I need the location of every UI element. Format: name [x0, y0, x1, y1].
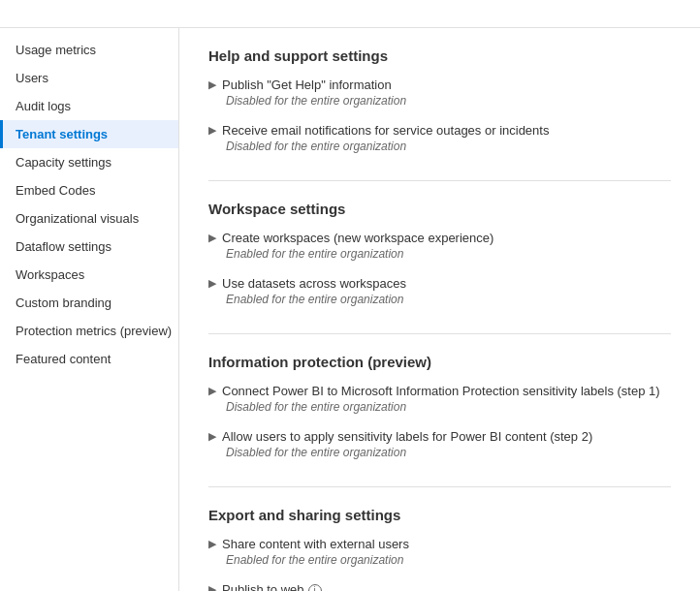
- setting-label: Publish to webi: [222, 582, 322, 591]
- expand-arrow-icon[interactable]: ▶: [208, 583, 216, 591]
- setting-status: Disabled for the entire organization: [208, 94, 671, 108]
- sidebar-item-usage-metrics[interactable]: Usage metrics: [0, 36, 178, 64]
- setting-item-allow-sensitivity-labels[interactable]: ▶Allow users to apply sensitivity labels…: [208, 429, 671, 459]
- setting-item-use-datasets[interactable]: ▶Use datasets across workspacesEnabled f…: [208, 276, 671, 306]
- setting-item-share-external[interactable]: ▶Share content with external usersEnable…: [208, 537, 671, 567]
- sidebar-item-dataflow-settings[interactable]: Dataflow settings: [0, 233, 178, 261]
- section-help-support: Help and support settings▶Publish "Get H…: [208, 47, 671, 153]
- setting-label: Allow users to apply sensitivity labels …: [222, 429, 592, 444]
- section-divider: [208, 486, 671, 487]
- setting-label: Publish "Get Help" information: [222, 78, 392, 92]
- sidebar: Usage metricsUsersAudit logsTenant setti…: [0, 28, 179, 591]
- sidebar-item-workspaces[interactable]: Workspaces: [0, 261, 178, 289]
- setting-item-connect-power-bi[interactable]: ▶Connect Power BI to Microsoft Informati…: [208, 384, 671, 414]
- info-icon[interactable]: i: [308, 584, 322, 591]
- sidebar-item-featured-content[interactable]: Featured content: [0, 345, 178, 373]
- setting-status: Enabled for the entire organization: [208, 293, 671, 306]
- setting-label: Connect Power BI to Microsoft Informatio…: [222, 384, 660, 398]
- section-title-help-support: Help and support settings: [208, 47, 671, 64]
- expand-arrow-icon[interactable]: ▶: [208, 430, 216, 443]
- sidebar-item-users[interactable]: Users: [0, 64, 178, 92]
- sidebar-item-embed-codes[interactable]: Embed Codes: [0, 176, 178, 204]
- setting-label: Create workspaces (new workspace experie…: [222, 231, 493, 245]
- setting-label: Use datasets across workspaces: [222, 276, 406, 291]
- expand-arrow-icon[interactable]: ▶: [208, 538, 216, 550]
- expand-arrow-icon[interactable]: ▶: [208, 78, 216, 91]
- setting-label: Share content with external users: [222, 537, 409, 551]
- section-title-information-protection: Information protection (preview): [208, 354, 671, 370]
- sidebar-item-custom-branding[interactable]: Custom branding: [0, 289, 178, 317]
- sidebar-item-protection-metrics[interactable]: Protection metrics (preview): [0, 317, 178, 345]
- expand-arrow-icon[interactable]: ▶: [208, 385, 216, 397]
- expand-arrow-icon[interactable]: ▶: [208, 232, 216, 244]
- setting-status: Disabled for the entire organization: [208, 400, 671, 414]
- setting-item-publish-get-help[interactable]: ▶Publish "Get Help" informationDisabled …: [208, 78, 671, 108]
- section-information-protection: Information protection (preview)▶Connect…: [208, 354, 671, 459]
- sidebar-item-organizational-visuals[interactable]: Organizational visuals: [0, 204, 178, 233]
- section-divider: [208, 333, 671, 334]
- section-title-workspace-settings: Workspace settings: [208, 201, 671, 217]
- sidebar-item-audit-logs[interactable]: Audit logs: [0, 92, 178, 120]
- section-export-sharing: Export and sharing settings▶Share conten…: [208, 507, 671, 591]
- section-divider: [208, 180, 671, 181]
- main-content: Help and support settings▶Publish "Get H…: [179, 28, 700, 591]
- setting-status: Disabled for the entire organization: [208, 446, 671, 459]
- expand-arrow-icon[interactable]: ▶: [208, 277, 216, 290]
- setting-status: Enabled for the entire organization: [208, 247, 671, 261]
- setting-label: Receive email notifications for service …: [222, 123, 549, 138]
- setting-status: Enabled for the entire organization: [208, 553, 671, 567]
- page-title: [0, 0, 700, 28]
- expand-arrow-icon[interactable]: ▶: [208, 124, 216, 137]
- section-title-export-sharing: Export and sharing settings: [208, 507, 671, 523]
- section-workspace-settings: Workspace settings▶Create workspaces (ne…: [208, 201, 671, 306]
- setting-status: Disabled for the entire organization: [208, 140, 671, 153]
- setting-item-publish-web[interactable]: ▶Publish to webiEnabled for the entire o…: [208, 582, 671, 591]
- sidebar-item-tenant-settings[interactable]: Tenant settings: [0, 120, 178, 148]
- setting-item-email-notifications[interactable]: ▶Receive email notifications for service…: [208, 123, 671, 153]
- setting-item-create-workspaces[interactable]: ▶Create workspaces (new workspace experi…: [208, 231, 671, 261]
- sidebar-item-capacity-settings[interactable]: Capacity settings: [0, 148, 178, 176]
